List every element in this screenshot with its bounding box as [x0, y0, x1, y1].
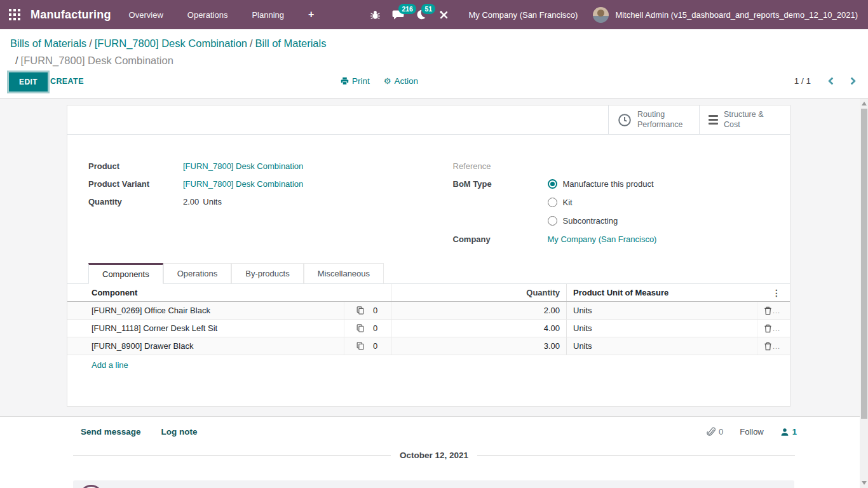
create-button[interactable]: CREATE — [50, 77, 84, 86]
pager-arrows — [827, 77, 857, 85]
bom-type-option-0-label: Manufacture this product — [563, 179, 654, 189]
menu-add-button[interactable]: + — [308, 9, 314, 20]
menu-operations[interactable]: Operations — [187, 10, 228, 20]
bom-type-option-2[interactable]: Subcontracting — [548, 215, 654, 226]
pager-previous-icon[interactable] — [827, 77, 834, 85]
tab-by-products[interactable]: By-products — [231, 263, 303, 284]
trash-icon[interactable] — [764, 306, 772, 315]
copy-attach-icon[interactable] — [356, 306, 365, 315]
messages-icon[interactable]: 216 — [390, 6, 406, 23]
pager: 1 / 1 — [794, 76, 857, 86]
field-product: Product [FURN_7800] Desk Combination — [88, 158, 429, 175]
component-quantity[interactable]: 2.00 — [391, 302, 566, 319]
component-uom[interactable]: Units — [566, 320, 757, 337]
tab-components[interactable]: Components — [88, 263, 163, 284]
component-uom[interactable]: Units — [566, 302, 757, 319]
structure-cost-label: Structure &Cost — [724, 110, 764, 130]
bom-type-option-0[interactable]: Manufacture this product — [548, 179, 654, 189]
log-note-button[interactable]: Log note — [161, 427, 198, 437]
trash-icon[interactable] — [764, 324, 772, 333]
edit-button[interactable]: EDIT — [9, 72, 48, 92]
date-divider-label: October 12, 2021 — [391, 451, 477, 460]
bom-type-option-1[interactable]: Kit — [548, 197, 654, 208]
follow-button[interactable]: Follow — [740, 427, 764, 437]
routing-performance-button[interactable]: RoutingPerformance — [608, 105, 699, 134]
quantity-value[interactable]: 2.00 — [183, 197, 199, 207]
bom-type-radio-1[interactable] — [548, 198, 557, 207]
breadcrumb-line1: Bills of Materials/[FURN_7800] Desk Comb… — [10, 35, 858, 52]
routing-performance-label: RoutingPerformance — [637, 110, 683, 130]
attachments-button[interactable]: 0 — [707, 427, 723, 437]
column-header-quantity[interactable]: Quantity — [391, 284, 566, 301]
scrollbar-up-arrow-icon[interactable] — [862, 102, 867, 105]
copy-attach-icon[interactable] — [356, 323, 365, 333]
top-navbar: Manufacturing Overview Operations Planni… — [0, 0, 868, 29]
breadcrumb-bill-of-materials[interactable]: Bill of Materials — [255, 37, 327, 49]
trash-icon[interactable] — [764, 342, 772, 351]
navbar-menu: Overview Operations Planning — [129, 10, 284, 20]
user-menu[interactable]: Mitchell Admin (v15_dashboard_and_report… — [615, 10, 858, 20]
row-overflow-dots: ... — [773, 307, 780, 315]
menu-planning[interactable]: Planning — [252, 10, 284, 20]
attachment-count: 0 — [373, 306, 377, 315]
component-name[interactable]: [FURN_8900] Drawer Black — [67, 341, 344, 351]
activities-icon[interactable]: 51 — [412, 6, 429, 23]
vertical-scrollbar[interactable] — [860, 98, 868, 488]
user-avatar[interactable] — [593, 7, 609, 23]
odoobot-avatar[interactable] — [79, 485, 103, 488]
form-left-column: Product [FURN_7800] Desk Combination Pro… — [67, 158, 429, 248]
product-variant-value-link[interactable]: [FURN_7800] Desk Combination — [183, 179, 303, 189]
tab-operations[interactable]: Operations — [163, 263, 232, 284]
bom-type-radio-2[interactable] — [548, 216, 557, 226]
navbar-left: Manufacturing Overview Operations Planni… — [6, 8, 314, 22]
send-message-button[interactable]: Send message — [81, 427, 141, 437]
bom-type-radio-0[interactable] — [548, 179, 557, 189]
chatter: Send message Log note 0 Follow 1 October… — [0, 416, 868, 488]
clock-icon — [618, 113, 632, 127]
print-menu[interactable]: Print — [341, 76, 370, 86]
field-reference: Reference — [453, 158, 790, 175]
component-uom[interactable]: Units — [566, 337, 757, 355]
bars-icon — [709, 115, 718, 125]
reference-label: Reference — [453, 158, 548, 175]
company-value-link[interactable]: My Company (San Francisco) — [548, 234, 657, 244]
company-switcher[interactable]: My Company (San Francisco) — [468, 10, 578, 20]
table-row[interactable]: [FURN_0269] Office Chair Black 0 2.00 Un… — [67, 302, 790, 320]
pager-count: 1 / 1 — [794, 76, 811, 86]
breadcrumb-line2: /[FURN_7800] Desk Combination — [10, 52, 858, 69]
component-quantity[interactable]: 4.00 — [391, 320, 566, 337]
scrollbar-down-arrow-icon[interactable] — [862, 481, 867, 485]
scrollbar-thumb[interactable] — [861, 109, 867, 419]
component-quantity[interactable]: 3.00 — [391, 337, 566, 355]
copy-attach-icon[interactable] — [356, 341, 365, 351]
breadcrumb-desk-combination[interactable]: [FURN_7800] Desk Combination — [95, 37, 247, 49]
column-header-component[interactable]: Component — [67, 288, 344, 297]
product-value-link[interactable]: [FURN_7800] Desk Combination — [183, 161, 303, 171]
menu-overview[interactable]: Overview — [129, 10, 163, 20]
add-a-line-link[interactable]: Add a line — [92, 360, 128, 370]
paperclip-icon — [707, 427, 715, 437]
structure-cost-button[interactable]: Structure &Cost — [699, 105, 790, 134]
pager-next-icon[interactable] — [850, 77, 857, 85]
attachment-count: 0 — [373, 323, 377, 333]
field-bom-type: BoM Type Manufacture this product Kit — [453, 175, 790, 226]
component-name[interactable]: [FURN_0269] Office Chair Black — [67, 306, 344, 315]
followers-button[interactable]: 1 — [780, 427, 797, 437]
table-row[interactable]: [FURN_1118] Corner Desk Left Sit 0 4.00 … — [67, 320, 790, 337]
breadcrumb-separator: / — [89, 37, 92, 49]
app-name[interactable]: Manufacturing — [31, 8, 111, 22]
action-label: Action — [394, 76, 418, 86]
follower-count: 1 — [792, 427, 797, 437]
tools-icon[interactable] — [435, 6, 452, 23]
breadcrumb-bills-of-materials[interactable]: Bills of Materials — [10, 37, 86, 49]
debug-bug-icon[interactable] — [367, 6, 383, 23]
action-menu[interactable]: ⚙ Action — [384, 76, 418, 86]
breadcrumb-separator: / — [15, 55, 18, 66]
column-header-uom[interactable]: Product Unit of Measure — [566, 284, 757, 301]
component-name[interactable]: [FURN_1118] Corner Desk Left Sit — [67, 323, 344, 333]
apps-grid-icon[interactable] — [9, 9, 20, 20]
optional-columns-icon[interactable]: ⋮ — [772, 288, 781, 298]
table-row[interactable]: [FURN_8900] Drawer Black 0 3.00 Units ..… — [67, 337, 790, 355]
date-divider: October 12, 2021 — [73, 451, 795, 460]
tab-miscellaneous[interactable]: Miscellaneous — [304, 263, 384, 284]
